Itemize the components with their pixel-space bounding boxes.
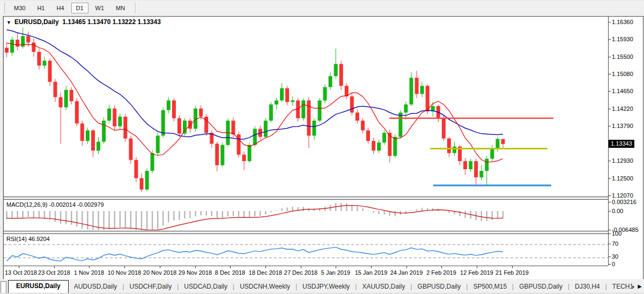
date-tick [477, 266, 477, 268]
axis-tick [609, 195, 611, 196]
timeframe-button-H1[interactable]: H1 [32, 3, 49, 13]
timeframe-button-MN[interactable]: MN [111, 3, 130, 13]
axis-tick [609, 178, 611, 179]
price-axis[interactable]: 1.13343 1.163601.159301.155001.150801.14… [608, 17, 643, 279]
tab-scroll-left-icon[interactable]: ◂ [632, 284, 634, 289]
date-label: 15 Jan 2019 [355, 269, 388, 276]
date-label: 29 Nov 2018 [179, 269, 212, 276]
date-label: 27 Dec 2018 [284, 269, 317, 276]
symbol-dropdown-icon[interactable]: ▼ [6, 20, 11, 25]
date-tick [124, 266, 125, 268]
date-tick [89, 266, 90, 268]
macd-tick-label: 0.00 [612, 208, 623, 214]
date-axis[interactable]: 13 Oct 201823 Oct 20181 Nov 201810 Nov 2… [4, 266, 608, 279]
date-tick [512, 266, 513, 268]
axis-tick [609, 109, 611, 109]
toolbar-separator [135, 3, 136, 13]
chart-tab-GBPUSD-Daily[interactable]: GBPUSD,Daily [514, 281, 568, 293]
metatrader-screen: M30H1H4D1W1MN ▼EURUSD,Daily 1.13465 1.13… [0, 0, 644, 294]
axis-tick [609, 57, 611, 57]
date-tick [336, 266, 336, 268]
rsi-tick-label: 0 [612, 261, 615, 267]
chart-window: ▼EURUSD,Daily 1.13465 1.13470 1.13222 1.… [3, 16, 643, 280]
date-tick [19, 266, 19, 268]
chart-tabbar: EURUSD,DailyAUDUSD,Daily|USDCHF,Daily|US… [0, 279, 644, 293]
macd-label: MACD(12,26,9) -0.002014 -0.002979 [6, 201, 104, 208]
chart-tab-GBPUSD-Daily[interactable]: GBPUSD,Daily [412, 281, 467, 293]
chart-tab-DJ30-H4[interactable]: DJ30,H4 [569, 281, 605, 293]
axis-tick [609, 244, 611, 244]
date-label: 12 Feb 2019 [460, 269, 493, 276]
rsi-tick-label: 70 [612, 240, 618, 247]
timeframe-button-W1[interactable]: W1 [91, 3, 109, 13]
timeframe-button-M30[interactable]: M30 [9, 3, 30, 13]
chart-tab-USDCHF-Daily[interactable]: USDCHF,Daily [124, 281, 177, 293]
axis-tick [609, 39, 611, 40]
date-tick [195, 266, 196, 268]
chart-tab-XAUUSD-Daily[interactable]: XAUUSD,Daily [357, 281, 410, 293]
chart-title: ▼EURUSD,Daily 1.13465 1.13470 1.13222 1.… [6, 18, 161, 26]
axis-tick [609, 264, 611, 265]
rsi-value: 46.9204 [28, 236, 50, 242]
rsi-label: RSI(14) 46.9204 [6, 236, 50, 242]
date-tick [371, 266, 372, 268]
macd-main-value: -0.002014 [49, 201, 76, 208]
price-tick-label: 1.15080 [612, 71, 633, 77]
toolbar-grip[interactable] [2, 3, 5, 13]
date-label: 8 Dec 2018 [215, 269, 245, 276]
timeframe-button-D1[interactable]: D1 [71, 3, 88, 13]
chart-tab-SP500-M15[interactable]: SP500,M15 [468, 281, 512, 293]
ohlc-high: 1.13470 [87, 18, 110, 26]
price-tick-label: 1.14220 [612, 105, 633, 112]
date-label: 18 Dec 2018 [249, 269, 282, 276]
ohlc-open: 1.13465 [62, 18, 85, 26]
axis-tick [609, 91, 611, 92]
macd-signal-value: -0.002979 [77, 201, 104, 208]
date-tick [301, 266, 301, 268]
rsi-tick-label: 30 [612, 253, 618, 260]
ohlc-low: 1.13222 [113, 18, 136, 26]
axis-tick [609, 74, 611, 74]
main-chart-canvas[interactable]: ▼EURUSD,Daily 1.13465 1.13470 1.13222 1.… [4, 17, 608, 197]
date-label: 1 Nov 2018 [74, 269, 104, 276]
rsi-pane[interactable]: RSI(14) 46.9204 [4, 234, 608, 266]
date-label: 10 Nov 2018 [108, 269, 141, 276]
chart-tab-USDJPY-Weekly[interactable]: USDJPY,Weekly [297, 281, 355, 293]
ohlc-close: 1.13343 [137, 18, 160, 26]
date-label: 23 Oct 2018 [38, 269, 70, 276]
chart-tab-USDCNH-Weekly[interactable]: USDCNH,Weekly [234, 281, 295, 293]
axis-tick [609, 202, 611, 202]
price-tick-label: 1.12070 [612, 192, 633, 199]
axis-tick [609, 126, 611, 126]
current-price-tag: 1.13343 [609, 140, 634, 148]
date-tick [441, 266, 442, 268]
chart-tab-EURUSD-Daily[interactable]: EURUSD,Daily [8, 280, 69, 293]
date-label: 24 Jan 2019 [390, 269, 423, 276]
price-tick-label: 1.15930 [612, 36, 633, 42]
rsi-tick-label: 100 [612, 230, 621, 237]
axis-tick [609, 211, 611, 212]
tab-scroll-buttons: ◂▶ [632, 283, 642, 289]
date-tick [265, 266, 266, 268]
date-tick [230, 266, 231, 268]
date-tick [406, 266, 407, 268]
date-label: 21 Feb 2019 [495, 269, 529, 276]
price-tick-label: 1.13790 [612, 123, 633, 129]
axis-tick [609, 233, 611, 234]
tab-scroll-right-icon[interactable]: ▶ [638, 283, 642, 289]
timeframe-toolbar: M30H1H4D1W1MN [0, 0, 644, 16]
price-tick-label: 1.14650 [612, 88, 633, 94]
date-label: 5 Jan 2019 [321, 269, 350, 276]
date-label: 13 Oct 2018 [5, 269, 37, 276]
chart-tab-USDCAD-Daily[interactable]: USDCAD,Daily [179, 281, 233, 293]
date-tick [54, 266, 55, 268]
chart-tab-AUDUSD-Daily[interactable]: AUDUSD,Daily [69, 281, 123, 293]
macd-tick-label: 0.003216 [612, 199, 636, 205]
axis-tick [609, 161, 611, 161]
axis-tick [609, 22, 611, 22]
timeframe-button-H4[interactable]: H4 [51, 3, 69, 13]
date-label: 20 Nov 2018 [143, 269, 176, 276]
tabbar-corner-button[interactable] [1, 281, 6, 293]
axis-tick [609, 257, 611, 257]
macd-pane[interactable]: MACD(12,26,9) -0.002014 -0.002979 [4, 200, 608, 231]
